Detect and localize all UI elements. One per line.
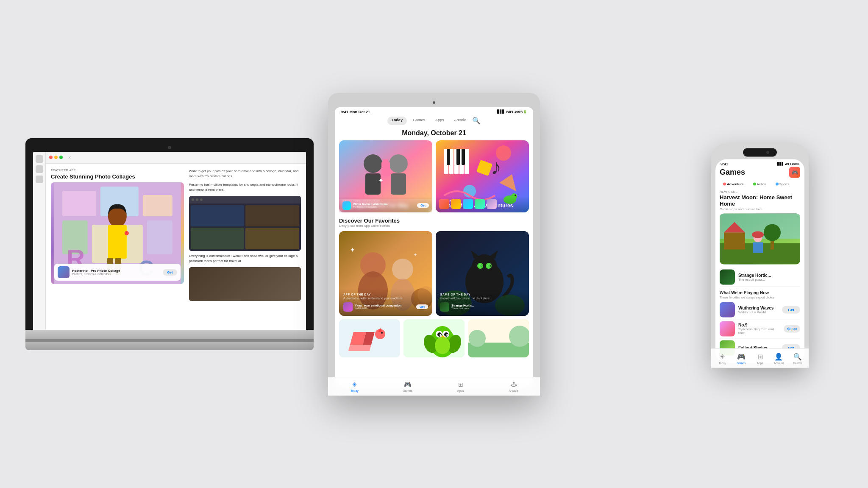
svg-point-18 — [389, 154, 408, 173]
ipad-game-of-day-card[interactable]: GAME OF THE DAY Unearth wild secrets in … — [436, 231, 529, 316]
svg-rect-88 — [724, 232, 745, 249]
iphone-time: 9:41 — [721, 162, 728, 166]
ipad-featured-card-left[interactable]: ✦ DEVELOPER SPOTLIGHT Stay Hydrated the … — [339, 140, 432, 212]
iphone-bottom-tab-apps[interactable]: ⊞ Apps — [751, 352, 769, 363]
ipad-card-bottom-left: Water tracker Waterlama My hydration rem… — [339, 199, 432, 212]
ipad-app-icon-waterlama — [342, 201, 351, 210]
svg-point-76 — [446, 334, 448, 336]
mac-traffic-lights — [49, 156, 63, 159]
mac-get-button[interactable]: Get — [163, 269, 177, 276]
ipad-yana-sub: YANA APP — [355, 307, 401, 310]
svg-text:✦: ✦ — [413, 252, 417, 258]
ipad-bottom-tab-apps[interactable]: ⊞ Apps — [434, 381, 487, 387]
iphone-dynamic-island — [743, 148, 777, 156]
ipad-tab-games[interactable]: Games — [409, 117, 429, 125]
ipad-game-of-day-row: Strange Hortic... The occult puzz... — [440, 302, 525, 312]
mac-sidebar-home-icon[interactable] — [36, 155, 43, 163]
svg-rect-19 — [391, 173, 406, 195]
svg-point-83 — [469, 330, 486, 347]
ipad-bottom-card-2[interactable] — [403, 319, 465, 357]
mac-article-right: Want to get your pics off your hard driv… — [189, 164, 306, 330]
iphone-bottom-tab-search[interactable]: 🔍 Search — [788, 352, 804, 363]
mac-screenshot-content — [189, 204, 301, 251]
iphone-bottom-tab-games[interactable]: 🎮 Games — [732, 352, 750, 363]
macbook-base — [25, 330, 314, 339]
iphone-game-banner[interactable] — [720, 213, 800, 264]
iphone-playing-section: What We're Playing Now These favorites a… — [720, 290, 800, 357]
mac-close-button[interactable] — [49, 156, 53, 159]
iphone: 9:41 ▋▋▋ WiFi 100% Games 🎮 Adventu — [711, 143, 809, 368]
iphone-search-icon: 🔍 — [793, 352, 802, 361]
ipad-games-tab-icon: 🎮 — [404, 381, 412, 387]
iphone-filter-tabs: Adventure Action Sports — [720, 181, 800, 187]
ipad-app-of-day-card[interactable]: ✦ ✦ APP OF THE DAY A chatbot to better u… — [339, 231, 432, 316]
svg-point-80 — [435, 337, 450, 354]
iphone-games-icon: 🎮 — [789, 167, 800, 178]
ipad-bottom-card-1[interactable] — [339, 319, 400, 357]
iphone-new-game-label: NEW GAME — [720, 190, 800, 193]
iphone-filter-sports[interactable]: Sports — [772, 181, 793, 187]
ipad-yana-get-button[interactable]: Get — [416, 304, 428, 309]
ipad-bottom-tab-arcade[interactable]: 🕹 Arcade — [487, 381, 533, 387]
ipad-game-of-day-desc: Unearth wild secrets in the plant store. — [440, 297, 525, 300]
svg-rect-31 — [462, 149, 465, 165]
ipad-game-of-day-overlay: GAME OF THE DAY Unearth wild secrets in … — [436, 289, 529, 316]
ipad-kid-app-2 — [451, 199, 461, 209]
macbook: ‹ FEATURED APP Create Stunning Photo Col… — [25, 138, 314, 350]
svg-rect-29 — [447, 149, 450, 165]
iphone-wuthering-get-button[interactable]: Get — [782, 306, 800, 313]
ipad-bottom-card-3[interactable] — [468, 319, 529, 357]
ipad-status-icons: ▋▋▋ WiFi 100%🔋 — [497, 110, 527, 114]
mac-ss-item-4 — [245, 228, 299, 249]
ipad-yana-name: Yana: Your emotional companion — [355, 304, 401, 307]
ipad-kid-app-4 — [475, 199, 485, 209]
ipad-search-icon[interactable]: 🔍 — [472, 117, 481, 125]
iphone-games-icon: 🎮 — [737, 352, 746, 361]
iphone-no9-name: No.9 — [738, 323, 780, 327]
mac-ss-item-3 — [191, 228, 245, 249]
mac-app-category: Posters, Frames & Calendars — [72, 273, 160, 276]
mac-sidebar-arcade-icon[interactable] — [36, 165, 43, 173]
svg-point-33 — [496, 145, 511, 161]
ipad-bottom-tab-today[interactable]: ☀ Today — [335, 381, 381, 387]
iphone-no9-desc: Synchronizing form and time. — [738, 327, 780, 335]
ipad-kid-app-1 — [439, 199, 449, 209]
mac-back-button[interactable]: ‹ — [67, 154, 73, 160]
mac-sidebar-create-icon[interactable] — [36, 176, 43, 183]
iphone-strangeh-row: Strange Hortic... The occult puzz... — [720, 268, 800, 287]
ipad-featured-card-right[interactable]: ♪ FOR KIDS — [436, 140, 529, 212]
wifi-icon: WiFi — [506, 110, 513, 114]
mac-minimize-button[interactable] — [54, 156, 58, 159]
iphone-today-label: Today — [719, 362, 726, 363]
ipad-tab-apps[interactable]: Apps — [431, 117, 448, 125]
iphone-filter-action[interactable]: Action — [750, 181, 770, 187]
mac-body-text-1: Want to get your pics off your hard driv… — [189, 169, 301, 179]
iphone-filter-label-action: Action — [757, 182, 766, 186]
iphone-signal-icon: ▋▋▋ — [777, 162, 784, 165]
ipad-app-of-day-desc: A chatbot to better understand your emot… — [343, 297, 428, 300]
ipad-bottom-tab-games[interactable]: 🎮 Games — [381, 381, 434, 387]
iphone-strangeh-icon — [720, 269, 735, 284]
svg-point-93 — [752, 231, 764, 238]
iphone-bottom-tab-account[interactable]: 👤 Account — [769, 352, 788, 363]
macbook-bottom — [25, 342, 314, 350]
ipad-discover-cards-row: ✦ ✦ APP OF THE DAY A chatbot to better u… — [339, 231, 529, 316]
mac-ss-item-1 — [191, 205, 245, 227]
svg-rect-3 — [143, 195, 172, 216]
iphone-bottom-tab-today[interactable]: ☀ Today — [715, 352, 732, 363]
ipad-tab-arcade[interactable]: Arcade — [450, 117, 470, 125]
macbook-screen: ‹ FEATURED APP Create Stunning Photo Col… — [33, 152, 306, 330]
mac-maximize-button[interactable] — [59, 156, 63, 159]
mac-screenshot-1 — [189, 196, 301, 251]
mac-article-left: FEATURED APP Create Stunning Photo Colla… — [46, 164, 189, 330]
screenshot-dot-2 — [196, 198, 198, 201]
iphone-filter-dot-adventure — [723, 182, 726, 185]
ipad-yana-info: Yana: Your emotional companion YANA APP — [355, 304, 401, 310]
svg-rect-21 — [383, 159, 388, 163]
ipad-tab-today[interactable]: Today — [387, 117, 407, 125]
mac-screenshot-2 — [189, 267, 301, 301]
iphone-filter-adventure[interactable]: Adventure — [720, 181, 747, 187]
iphone-no9-price-button[interactable]: $0.99 — [784, 325, 800, 332]
ipad-get-button-left[interactable]: Get — [417, 203, 429, 208]
ipad-apps-tab-icon: ⊞ — [457, 381, 465, 387]
